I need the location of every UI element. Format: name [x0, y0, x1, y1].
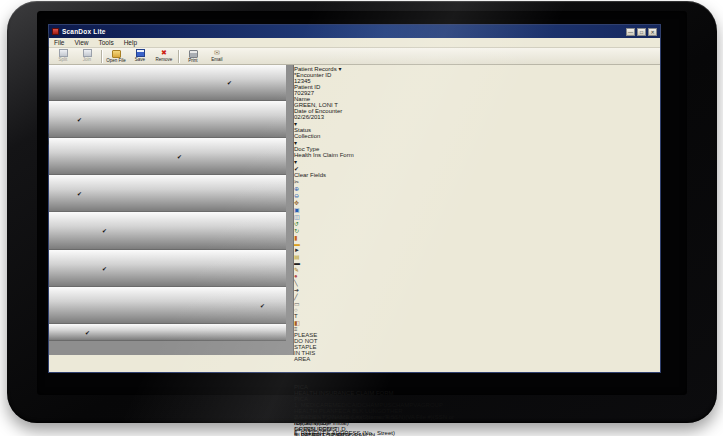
page-thumbnail[interactable]: [180, 290, 193, 320]
document-row[interactable]: ✔: [49, 287, 286, 324]
annotation-toolbar: ✂⊕⊖✥▣◫↺↻▮▬►▤▬✎●╲➔╱▭○T◧≡: [294, 178, 553, 332]
remove-label: Remove: [156, 57, 173, 62]
close-button[interactable]: ✕: [648, 28, 657, 36]
pen-tool[interactable]: ✎: [294, 266, 553, 273]
email-icon: ✉: [213, 49, 222, 57]
page-thumbnail[interactable]: [102, 68, 124, 98]
page-thumbnail[interactable]: [228, 290, 241, 320]
rotate-left-tool[interactable]: ↺: [294, 220, 553, 227]
document-row[interactable]: ✔: [49, 212, 286, 250]
page-thumbnail[interactable]: [100, 290, 113, 320]
page-thumbnail[interactable]: [52, 216, 74, 246]
approved-check-icon: ✔: [102, 227, 107, 234]
remove-button[interactable]: ✖Remove: [152, 49, 176, 64]
email-label: Email: [211, 57, 222, 62]
open-file-icon: [112, 50, 121, 58]
line-tool[interactable]: ╲: [294, 279, 553, 286]
page-thumbnail[interactable]: [52, 327, 82, 338]
open-file-button[interactable]: Open File: [104, 49, 128, 64]
document-row[interactable]: ✔: [49, 324, 286, 341]
record-type-tab[interactable]: Patient Records ▾: [294, 65, 553, 72]
page-thumbnail[interactable]: [127, 68, 149, 98]
chevron-down-icon[interactable]: ▾: [294, 158, 553, 165]
page-thumbnail[interactable]: [177, 68, 199, 98]
page-thumbnail[interactable]: [152, 141, 174, 171]
page-thumbnail[interactable]: [77, 141, 99, 171]
split-label: Split: [59, 57, 68, 62]
page-thumbnail[interactable]: [84, 290, 97, 320]
document-row[interactable]: ✔: [49, 101, 286, 138]
page-thumbnail[interactable]: [77, 216, 99, 246]
document-row[interactable]: ✔: [49, 250, 286, 287]
zoom-out-tool[interactable]: ⊖: [294, 192, 553, 199]
approved-check-icon: ✔: [77, 190, 82, 197]
minimize-button[interactable]: —: [626, 28, 635, 36]
form-field-row: Patient ID702927: [294, 84, 553, 96]
fit-width-tool[interactable]: ◫: [294, 213, 553, 220]
page-thumbnail[interactable]: [102, 141, 124, 171]
save-button[interactable]: Save: [128, 49, 152, 64]
chevron-down-icon: ▾: [338, 66, 341, 72]
print-button[interactable]: Print: [181, 49, 205, 64]
approved-check-icon: ✔: [227, 79, 232, 86]
arrow-tool[interactable]: ➔: [294, 286, 553, 293]
claim-form-page[interactable]: PLEASEDO NOTSTAPLEIN THISAREA PICA HEA: [294, 332, 553, 436]
cut-tool[interactable]: ✂: [294, 178, 553, 185]
page-thumbnail[interactable]: [52, 104, 74, 134]
page-thumbnail[interactable]: [116, 290, 129, 320]
page-thumbnail[interactable]: [77, 253, 99, 283]
menu-view[interactable]: View: [69, 39, 93, 46]
page-thumbnail[interactable]: [52, 141, 74, 171]
rectangle-tool[interactable]: ▭: [294, 300, 553, 307]
redact-tool[interactable]: ▮: [294, 234, 553, 241]
save-icon: [136, 49, 145, 57]
join-icon: [83, 49, 92, 57]
maximize-button[interactable]: □: [637, 28, 646, 36]
page-thumbnail[interactable]: [132, 290, 145, 320]
fit-page-tool[interactable]: ▣: [294, 206, 553, 213]
page-thumbnail[interactable]: [52, 253, 74, 283]
page-thumbnail[interactable]: [152, 68, 174, 98]
zoom-in-tool[interactable]: ⊕: [294, 185, 553, 192]
page-thumbnail[interactable]: [244, 290, 257, 320]
pan-tool[interactable]: ✥: [294, 199, 553, 206]
freehand-tool[interactable]: ╱: [294, 293, 553, 300]
app-window: ScanDox Lite — □ ✕ FileViewToolsHelp Spl…: [48, 24, 661, 373]
title-bar[interactable]: ScanDox Lite — □ ✕: [49, 25, 660, 38]
page-thumbnail[interactable]: [127, 141, 149, 171]
tablet-frame: ScanDox Lite — □ ✕ FileViewToolsHelp Spl…: [7, 1, 717, 423]
chevron-down-icon[interactable]: ▾: [294, 120, 553, 127]
page-thumbnail[interactable]: [164, 290, 177, 320]
sticky-note-tool[interactable]: ▤: [294, 253, 553, 260]
form-field-row: StatusCollection▾: [294, 127, 553, 146]
page-thumbnail[interactable]: [77, 68, 99, 98]
validate-fields-icon[interactable]: ✔: [294, 165, 553, 172]
document-row[interactable]: ✔: [49, 138, 286, 175]
thumbnail-panel: ✔✔✔✔✔✔✔✔ ▲ ▼ ◀ ◀ Doc 8 of 9 ▶ ▶: [49, 65, 294, 355]
page-thumbnail[interactable]: [202, 68, 224, 98]
email-button[interactable]: ✉Email: [205, 49, 229, 64]
chevron-down-icon[interactable]: ▾: [294, 139, 553, 146]
form-field-row: *Encounter ID12345: [294, 72, 553, 84]
menu-tools[interactable]: Tools: [93, 39, 118, 46]
document-rows: ✔✔✔✔✔✔✔✔: [49, 65, 286, 341]
page-thumbnail[interactable]: [52, 178, 74, 208]
menu-bar: FileViewToolsHelp: [49, 38, 660, 48]
page-thumbnail[interactable]: [52, 68, 74, 98]
document-row[interactable]: ✔: [49, 65, 286, 101]
menu-help[interactable]: Help: [119, 39, 142, 46]
page-thumbnail[interactable]: [196, 290, 209, 320]
main-split: ✔✔✔✔✔✔✔✔ ▲ ▼ ◀ ◀ Doc 8 of 9 ▶ ▶: [49, 65, 662, 355]
page-thumbnail[interactable]: [212, 290, 225, 320]
page-thumbnail[interactable]: [68, 290, 81, 320]
app-icon: [52, 28, 59, 35]
menu-file[interactable]: File: [49, 39, 69, 46]
document-row[interactable]: ✔: [49, 175, 286, 212]
page-thumbnail[interactable]: [52, 290, 65, 320]
form-actions-row: ✔ Clear Fields: [294, 165, 553, 178]
form-field-row: Date of Encounter02/26/2013▾: [294, 108, 553, 127]
page-thumbnail[interactable]: [148, 290, 161, 320]
color-picker-tool[interactable]: ◧: [294, 319, 553, 326]
rotate-right-tool[interactable]: ↻: [294, 227, 553, 234]
claim-grid: 1. MEDICAREMEDICAIDCHAMPUSCHAMPVAGROUP H…: [294, 402, 553, 436]
